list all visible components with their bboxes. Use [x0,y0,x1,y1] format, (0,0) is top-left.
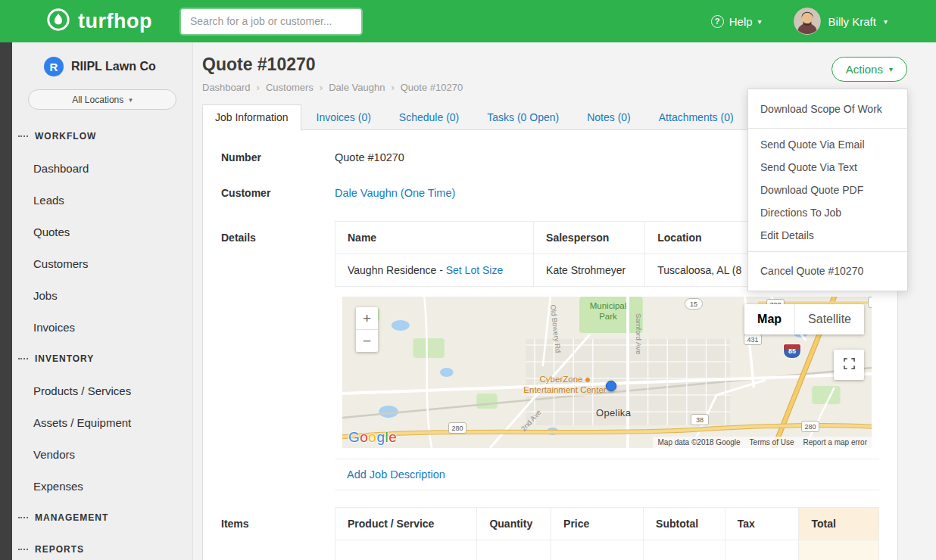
salesperson-value: Kate Strohmeyer [534,254,645,287]
interstate-shield-85: 85 [783,344,801,359]
main-content: Quote #10270 Dashboard › Customers › Dal… [193,42,936,560]
items-header-price: Price [551,508,644,540]
details-header-salesperson: Salesperson [534,222,645,254]
poi-icon [585,378,590,382]
report-map-error-link[interactable]: Report a map error [803,438,867,446]
details-header-name: Name [335,222,534,254]
menu-item-edit-details[interactable]: Edit Details [748,224,907,247]
map-street-samford-ave: Samford Ave [635,313,643,354]
set-lot-size-link[interactable]: Set Lot Size [446,264,504,276]
company-logo: R [44,57,64,76]
zoom-out-button[interactable]: − [356,330,378,352]
section-header-inventory: INVENTORY [12,343,192,375]
sidebar-item-jobs[interactable]: Jobs [12,279,192,311]
menu-item-download-scope-of-work[interactable]: Download Scope Of Work [748,95,907,123]
add-job-description-link[interactable]: Add Job Description [347,468,445,481]
tab-schedule[interactable]: Schedule (0) [386,104,472,130]
dashes-icon [18,135,28,137]
chevron-right-icon: › [257,82,260,93]
route-shield-38: 38 [691,414,709,425]
sidebar-item-dashboard[interactable]: Dashboard [12,152,192,184]
menu-item-send-quote-via-text[interactable]: Send Quote Via Text [748,156,907,179]
user-name: Billy Kraft [828,15,876,28]
chevron-down-icon: ▾ [884,17,888,26]
tab-job-information[interactable]: Job Information [202,104,301,131]
actions-dropdown-menu: Download Scope Of Work Send Quote Via Em… [747,89,908,291]
map-data-credit: Map data ©2018 Google [657,438,740,446]
route-shield-280-east: 280 [801,421,819,432]
tab-tasks[interactable]: Tasks (0 Open) [474,104,572,130]
details-label: Details [221,221,335,244]
map-view-button[interactable]: Map [744,304,794,334]
dashes-icon [18,549,28,550]
sidebar-item-vendors[interactable]: Vendors [12,438,192,470]
search-input[interactable] [181,9,361,34]
map-label-opelika: Opelika [596,407,631,419]
add-job-description-row: Add Job Description [335,459,879,490]
dashes-icon [18,517,28,518]
page-title: Quote #10270 [202,54,936,75]
tab-invoices[interactable]: Invoices (0) [304,104,384,130]
customer-name-link[interactable]: Dale Vaughn [335,187,398,199]
turfhop-logo-icon [45,7,71,36]
tab-attachments[interactable]: Attachments (0) [646,104,747,130]
help-menu[interactable]: ? Help ▾ [711,15,762,28]
map-marker[interactable] [606,381,616,391]
fullscreen-icon [844,358,855,372]
zoom-in-button[interactable]: + [356,307,378,329]
number-label: Number [221,150,335,163]
menu-item-cancel-quote[interactable]: Cancel Quote #10270 [748,257,907,285]
location-selector[interactable]: All Locations ▾ [28,89,176,110]
menu-divider [748,128,907,129]
chevron-right-icon: › [320,82,323,93]
section-header-management: MANAGEMENT [12,502,192,534]
sidebar-item-assets-equipment[interactable]: Assets / Equipment [12,406,192,438]
topbar: turfhop ? Help ▾ Billy Kraft ▾ [0,0,936,42]
help-icon: ? [711,15,724,28]
zoom-control: + − [356,307,378,352]
breadcrumb-dashboard[interactable]: Dashboard [202,82,251,93]
route-shield-280: 280 [448,422,466,434]
items-table: Product / Service Quantity Price Subtota… [335,507,879,560]
sidebar-item-quotes[interactable]: Quotes [12,216,192,247]
customer-type-link[interactable]: (One Time) [401,187,456,199]
user-menu[interactable]: Billy Kraft ▾ [794,8,888,35]
chevron-down-icon: ▾ [889,65,893,73]
items-header-quantity: Quantity [477,508,551,540]
company-header: R RIIPL Lawn Co [12,57,192,76]
items-label: Items [221,507,335,530]
brand-logo[interactable]: turfhop [45,7,152,36]
sidebar-nav: WORKFLOW Dashboard Leads Quotes Customer… [12,120,192,560]
map-attribution: Map data ©2018 Google Terms of Use Repor… [653,437,872,448]
sidebar-item-leads[interactable]: Leads [12,184,192,216]
items-empty-row [335,540,879,560]
chevron-down-icon: ▾ [758,17,762,26]
menu-item-download-quote-pdf[interactable]: Download Quote PDF [748,179,907,201]
menu-divider [748,251,907,252]
chevron-down-icon: ▾ [129,96,133,104]
items-header-subtotal: Subtotal [644,508,725,540]
sidebar-item-expenses[interactable]: Expenses [12,470,192,502]
breadcrumb-customers[interactable]: Customers [266,82,314,93]
sidebar-item-products-services[interactable]: Products / Services [12,375,192,406]
sidebar-item-customers[interactable]: Customers [12,247,192,279]
items-header-product-service: Product / Service [335,508,477,540]
fullscreen-button[interactable] [834,350,864,380]
help-label: Help [729,15,753,28]
items-header-total: Total [799,508,879,540]
google-logo[interactable]: Google [348,429,397,446]
menu-item-directions-to-job[interactable]: Directions To Job [748,201,907,224]
menu-item-send-quote-via-email[interactable]: Send Quote Via Email [748,133,907,156]
section-header-workflow: WORKFLOW [12,120,192,152]
chevron-right-icon: › [391,82,394,93]
sidebar: R RIIPL Lawn Co All Locations ▾ WORKFLOW… [12,42,193,560]
terms-of-use-link[interactable]: Terms of Use [750,438,794,446]
tab-notes[interactable]: Notes (0) [574,104,644,130]
sidebar-item-invoices[interactable]: Invoices [12,311,192,343]
job-location-map[interactable]: Municipal Park CyberZone Entertainment C… [342,297,872,448]
user-avatar [794,8,821,35]
breadcrumb-dale-vaughn[interactable]: Dale Vaughn [329,82,385,93]
satellite-view-button[interactable]: Satellite [795,304,864,334]
actions-button[interactable]: Actions ▾ [831,57,907,82]
map-type-control: Map Satellite [744,304,864,334]
